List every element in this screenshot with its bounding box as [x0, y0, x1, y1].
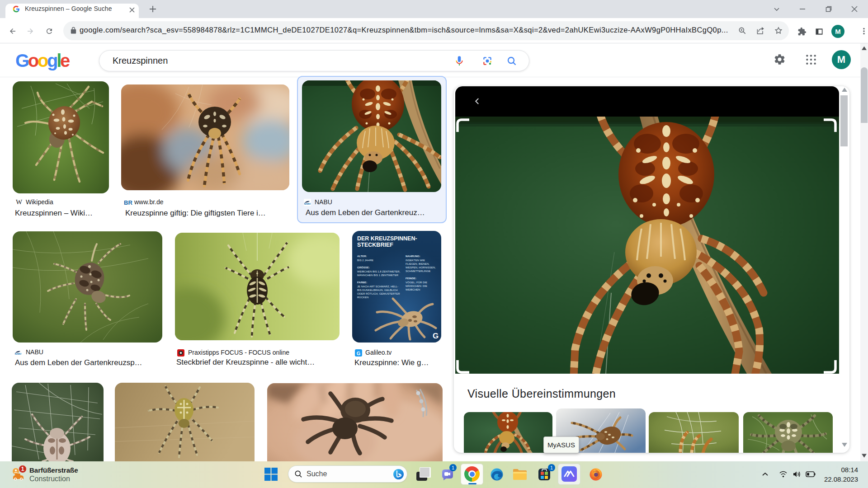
svg-text:WEIBCHEN BIS 1,8 ZENTIMETER,: WEIBCHEN BIS 1,8 ZENTIMETER, — [357, 270, 401, 273]
svg-text:NABU: NABU — [15, 352, 22, 355]
svg-text:FEINDE:: FEINDE: — [406, 277, 416, 280]
svg-text:W: W — [16, 198, 23, 206]
svg-text:MÄNNCHEN: DIE: MÄNNCHEN: DIE — [406, 285, 427, 287]
svg-text:NAHRUNG:: NAHRUNG: — [406, 255, 420, 258]
svg-text:NABU: NABU — [304, 202, 311, 205]
svg-text:MÄNNCHEN BIS 1 ZENTIMETER: MÄNNCHEN BIS 1 ZENTIMETER — [357, 274, 399, 277]
svg-text:BR: BR — [124, 199, 132, 206]
svg-text:ALTER:: ALTER: — [357, 255, 367, 258]
svg-text:FLIEGEN, BIENEN,: FLIEGEN, BIENEN, — [406, 263, 429, 265]
svg-text:STECKBRIEF: STECKBRIEF — [357, 242, 393, 248]
svg-text:DER KREUZSPINNEN-: DER KREUZSPINNEN- — [357, 235, 417, 242]
svg-text:GRÖSSE:: GRÖSSE: — [357, 266, 370, 269]
svg-text:BIS 2 JAHRE: BIS 2 JAHRE — [357, 259, 373, 262]
svg-text:SCHMETTERLINGE: SCHMETTERLINGE — [406, 270, 430, 272]
svg-text:FARBE:: FARBE: — [357, 281, 367, 284]
svg-text:G: G — [433, 332, 439, 340]
svg-text:VÖGEL; FÜR DIE: VÖGEL; FÜR DIE — [406, 281, 427, 284]
svg-text:WESPEN, HORNISSEN,: WESPEN, HORNISSEN, — [406, 266, 436, 269]
svg-text:JE NACH ART SCHWARZ, HELL-: JE NACH ART SCHWARZ, HELL- — [357, 285, 398, 288]
svg-text:G: G — [357, 351, 361, 356]
svg-text:INSEKTEN WIE: INSEKTEN WIE — [406, 259, 425, 262]
svg-text:RÜCKEN: RÜCKEN — [357, 296, 368, 299]
svg-text:ODER RÖTLICH, GEMUSTERTER: ODER RÖTLICH, GEMUSTERTER — [357, 292, 400, 295]
svg-text:BIS DUNKELBRAUN, GELBLICH: BIS DUNKELBRAUN, GELBLICH — [357, 289, 398, 291]
svg-text:WEIBCHEN: WEIBCHEN — [406, 288, 420, 291]
